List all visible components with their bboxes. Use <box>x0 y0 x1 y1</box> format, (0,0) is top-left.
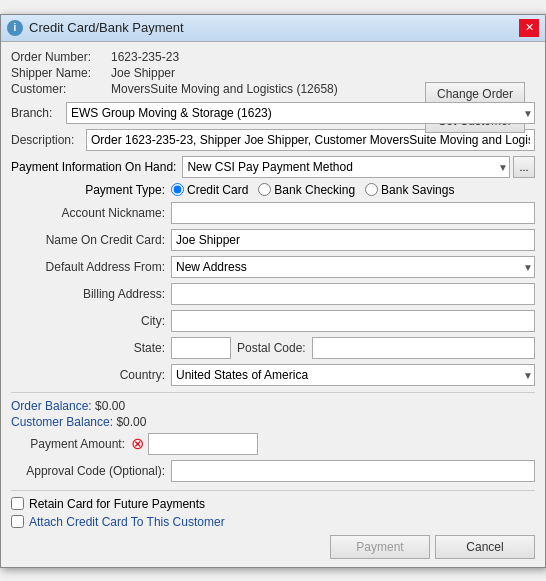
approval-code-row: Approval Code (Optional): <box>11 460 535 482</box>
postal-code-label: Postal Code: <box>231 341 312 355</box>
retain-card-checkbox[interactable] <box>11 497 24 510</box>
balance-section: Order Balance: $0.00 Customer Balance: $… <box>11 399 535 429</box>
payment-type-group: Credit Card Bank Checking Bank Savings <box>171 183 454 197</box>
shipper-name-value: Joe Shipper <box>111 66 175 80</box>
country-label: Country: <box>11 368 171 382</box>
country-select[interactable]: United States of America <box>171 364 535 386</box>
postal-code-input[interactable] <box>312 337 535 359</box>
payment-amount-row: Payment Amount: ⊗ <box>11 433 535 455</box>
state-postal-row: State: Postal Code: <box>11 337 535 359</box>
bottom-buttons: Payment Cancel <box>11 535 535 559</box>
order-number-value: 1623-235-23 <box>111 50 179 64</box>
retain-card-row: Retain Card for Future Payments <box>11 497 535 511</box>
close-button[interactable]: ✕ <box>519 19 539 37</box>
window-title: Credit Card/Bank Payment <box>29 20 184 35</box>
attach-card-link[interactable]: Attach Credit Card To This Customer <box>29 515 225 529</box>
name-on-card-row: Name On Credit Card: <box>11 229 535 251</box>
header-section: Order Number: 1623-235-23 Shipper Name: … <box>11 50 535 96</box>
order-number-row: Order Number: 1623-235-23 <box>11 50 425 64</box>
shipper-name-label: Shipper Name: <box>11 66 111 80</box>
order-number-label: Order Number: <box>11 50 111 64</box>
approval-code-input[interactable] <box>171 460 535 482</box>
country-row: Country: United States of America ▼ <box>11 364 535 386</box>
branch-select[interactable]: EWS Group Moving & Storage (1623) <box>66 102 535 124</box>
order-balance-row: Order Balance: $0.00 <box>11 399 535 413</box>
attach-card-row: Attach Credit Card To This Customer <box>11 515 535 529</box>
payment-button[interactable]: Payment <box>330 535 430 559</box>
state-input[interactable] <box>171 337 231 359</box>
default-address-label: Default Address From: <box>11 260 171 274</box>
retain-card-label: Retain Card for Future Payments <box>29 497 205 511</box>
bank-savings-option[interactable]: Bank Savings <box>365 183 454 197</box>
error-icon: ⊗ <box>131 434 144 453</box>
city-input[interactable] <box>171 310 535 332</box>
country-select-wrapper: United States of America ▼ <box>171 364 535 386</box>
customer-label: Customer: <box>11 82 111 96</box>
window-icon: i <box>7 20 23 36</box>
credit-card-radio[interactable] <box>171 183 184 196</box>
city-row: City: <box>11 310 535 332</box>
default-address-row: Default Address From: New Address Shippe… <box>11 256 535 278</box>
shipper-name-row: Shipper Name: Joe Shipper <box>11 66 425 80</box>
default-address-select-wrapper: New Address Shipper ▼ <box>171 256 535 278</box>
main-window: i Credit Card/Bank Payment ✕ Order Numbe… <box>0 14 546 568</box>
dots-button[interactable]: ... <box>513 156 535 178</box>
default-address-select[interactable]: New Address Shipper <box>171 256 535 278</box>
account-nickname-input[interactable] <box>171 202 535 224</box>
payment-info-select-wrapper: New CSI Pay Payment Method ▼ <box>182 156 510 178</box>
billing-address-label: Billing Address: <box>11 287 171 301</box>
bank-savings-label: Bank Savings <box>381 183 454 197</box>
payment-amount-input[interactable] <box>148 433 258 455</box>
divider-1 <box>11 392 535 393</box>
branch-row: Branch: EWS Group Moving & Storage (1623… <box>11 102 535 124</box>
payment-amount-label: Payment Amount: <box>11 437 131 451</box>
approval-code-label: Approval Code (Optional): <box>11 464 171 478</box>
state-label: State: <box>11 341 171 355</box>
payment-info-controls: New CSI Pay Payment Method ▼ ... <box>182 156 535 178</box>
bank-checking-option[interactable]: Bank Checking <box>258 183 355 197</box>
bank-checking-label: Bank Checking <box>274 183 355 197</box>
order-balance-label: Order Balance: <box>11 399 92 413</box>
payment-type-row: Payment Type: Credit Card Bank Checking … <box>11 183 535 197</box>
account-nickname-row: Account Nickname: <box>11 202 535 224</box>
title-bar: i Credit Card/Bank Payment ✕ <box>1 15 545 42</box>
city-label: City: <box>11 314 171 328</box>
customer-balance-value: $0.00 <box>116 415 146 429</box>
branch-label: Branch: <box>11 106 66 120</box>
name-on-card-label: Name On Credit Card: <box>11 233 171 247</box>
credit-card-label: Credit Card <box>187 183 248 197</box>
divider-2 <box>11 490 535 491</box>
customer-value: MoversSuite Moving and Logistics (12658) <box>111 82 338 96</box>
account-nickname-label: Account Nickname: <box>11 206 171 220</box>
name-on-card-input[interactable] <box>171 229 535 251</box>
billing-address-input[interactable] <box>171 283 535 305</box>
cancel-button[interactable]: Cancel <box>435 535 535 559</box>
content-area: Order Number: 1623-235-23 Shipper Name: … <box>1 42 545 567</box>
attach-card-checkbox[interactable] <box>11 515 24 528</box>
customer-balance-row: Customer Balance: $0.00 <box>11 415 535 429</box>
payment-info-row: Payment Information On Hand: New CSI Pay… <box>11 156 535 178</box>
bank-checking-radio[interactable] <box>258 183 271 196</box>
bank-savings-radio[interactable] <box>365 183 378 196</box>
credit-card-option[interactable]: Credit Card <box>171 183 248 197</box>
description-label: Description: <box>11 133 86 147</box>
payment-info-select[interactable]: New CSI Pay Payment Method <box>182 156 510 178</box>
customer-balance-label: Customer Balance: <box>11 415 113 429</box>
billing-address-row: Billing Address: <box>11 283 535 305</box>
payment-info-label: Payment Information On Hand: <box>11 160 182 174</box>
branch-select-wrapper: EWS Group Moving & Storage (1623) ▼ <box>66 102 535 124</box>
customer-row: Customer: MoversSuite Moving and Logisti… <box>11 82 425 96</box>
order-balance-value: $0.00 <box>95 399 125 413</box>
payment-type-label: Payment Type: <box>11 183 171 197</box>
